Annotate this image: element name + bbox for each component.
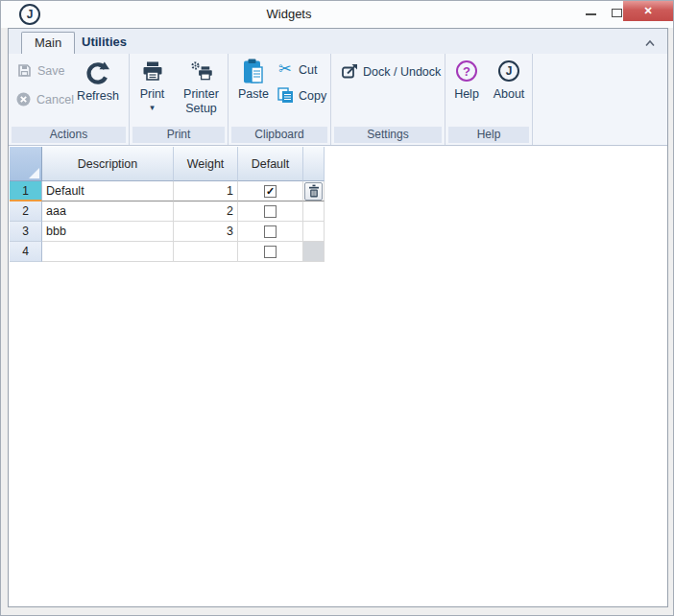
cell-weight-2[interactable]: 2 [174,201,238,222]
about-icon: J [498,58,519,84]
row-header-4[interactable]: 4 [10,242,42,262]
cancel-button[interactable]: Cancel [14,88,70,109]
minimize-icon [586,13,596,15]
row-header-3[interactable]: 3 [10,222,42,242]
dock-undock-button[interactable]: Dock / Undock [340,60,445,82]
help-icon: ? [456,58,477,84]
default-checkbox-2[interactable] [264,205,277,218]
group-label-actions: Actions [12,127,126,143]
default-checkbox-3[interactable] [264,225,277,238]
cancel-icon [16,91,31,107]
tab-utilities[interactable]: Utilities [68,32,140,54]
copy-button[interactable]: Copy [276,84,328,106]
close-button[interactable]: ✕ [623,1,673,21]
ribbon: Save Cancel Refresh [9,54,667,146]
group-label-clipboard: Clipboard [231,127,327,143]
close-icon: ✕ [643,5,652,17]
cell-default-2 [238,201,303,222]
save-button[interactable]: Save [14,59,70,81]
cell-default-4 [238,242,303,262]
chevron-up-icon [644,39,656,47]
column-header-description[interactable]: Description [42,147,174,181]
cut-label: Cut [299,63,317,78]
group-label-print: Print [132,127,225,143]
app-logo-letter: J [27,8,34,21]
table-row: 1 Default 1 ✓ [10,181,325,201]
group-label-settings: Settings [334,127,442,143]
cut-button[interactable]: ✂ Cut [276,59,328,80]
ribbon-tab-strip: Main Utilities [9,29,667,54]
cell-description-4[interactable] [42,242,174,262]
print-icon [142,58,163,84]
row-header-2[interactable]: 2 [10,201,42,222]
print-dropdown-icon: ▾ [150,104,155,111]
refresh-icon [85,59,110,86]
ribbon-group-help: ? Help J About Help [445,54,533,145]
widgets-grid: Description Weight Default 1 Default 1 ✓ [10,147,325,262]
client-area: Main Utilities Save [8,28,668,607]
print-button[interactable]: Print ▾ [132,54,174,116]
printer-setup-button[interactable]: Printer Setup [177,54,227,116]
workspace: Description Weight Default 1 Default 1 ✓ [9,146,667,605]
trash-icon [308,184,320,198]
minimize-button[interactable] [579,1,602,21]
table-row: 2 aaa 2 [10,201,325,222]
ribbon-group-actions: Save Cancel Refresh [9,54,130,145]
check-icon: ✓ [266,186,275,197]
delete-row-button[interactable] [304,182,323,201]
cell-delete-2 [303,201,325,222]
paste-icon [243,58,264,84]
column-header-delete [303,147,325,181]
app-window: J Widgets ✕ Main Utilities [0,0,674,616]
cell-delete-4 [303,242,325,262]
refresh-button[interactable]: Refresh [70,56,126,109]
select-all-corner[interactable] [10,147,42,181]
table-row: 3 bbb 3 [10,222,325,242]
ribbon-group-settings: Dock / Undock Settings [331,54,445,145]
title-bar[interactable]: J Widgets ✕ [1,1,673,28]
cell-description-1[interactable]: Default [42,181,174,201]
about-label: About [493,87,525,102]
corner-triangle-icon [29,168,39,178]
collapse-ribbon-button[interactable] [642,36,658,50]
ribbon-group-clipboard: Paste ✂ Cut Copy [229,54,331,145]
copy-label: Copy [299,89,326,104]
ribbon-group-print: Print ▾ Printer Setup Print [130,54,229,145]
cell-default-1: ✓ [238,181,303,201]
column-header-default[interactable]: Default [238,147,303,181]
printer-setup-label: Printer Setup [177,87,227,116]
help-label: Help [454,87,479,102]
cell-description-3[interactable]: bbb [42,222,174,242]
cell-weight-3[interactable]: 3 [174,222,238,242]
window-title: Widgets [59,1,519,28]
copy-icon [277,87,293,103]
save-label: Save [37,64,65,79]
dock-undock-label: Dock / Undock [363,65,441,80]
help-button[interactable]: ? Help [447,54,486,102]
cut-icon: ✂ [277,61,293,77]
save-icon [16,62,32,78]
maximize-icon [612,9,622,17]
cell-weight-4[interactable] [174,242,238,262]
cell-description-2[interactable]: aaa [42,201,174,222]
cell-delete-1 [303,181,325,201]
refresh-label: Refresh [77,89,119,104]
cell-default-3 [238,222,303,242]
grid-header-row: Description Weight Default [10,147,325,181]
cell-delete-3 [303,222,325,242]
paste-button[interactable]: Paste [233,54,274,106]
default-checkbox-1[interactable]: ✓ [264,185,277,198]
column-header-weight[interactable]: Weight [174,147,238,181]
group-label-help: Help [448,127,529,143]
row-header-1[interactable]: 1 [10,181,42,201]
about-button[interactable]: J About [488,54,530,102]
printer-setup-icon [191,58,212,84]
dock-undock-icon [342,63,357,79]
tab-main[interactable]: Main [21,32,75,54]
default-checkbox-4[interactable] [264,246,277,258]
paste-label: Paste [238,87,269,102]
cell-weight-1[interactable]: 1 [174,181,238,201]
print-label: Print [140,87,165,102]
table-row: 4 [10,242,325,262]
cancel-label: Cancel [36,93,74,107]
